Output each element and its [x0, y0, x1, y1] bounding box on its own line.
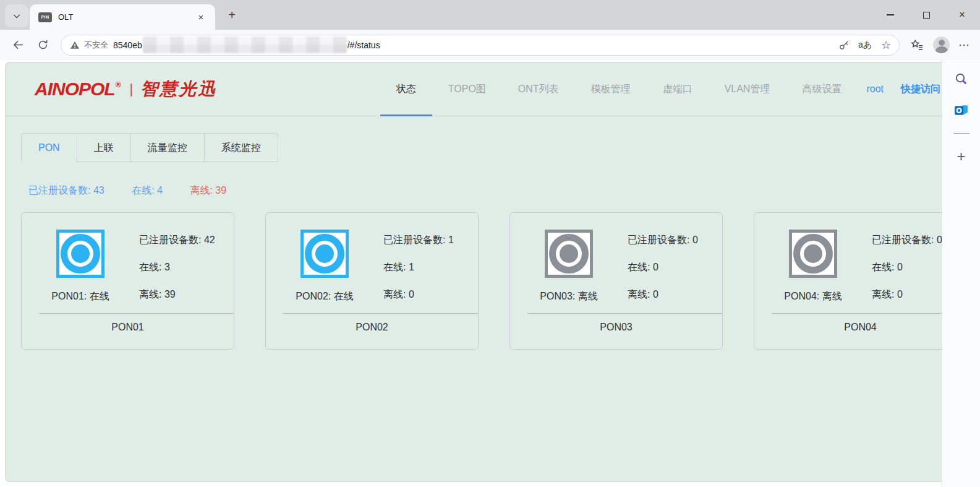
key-icon	[838, 39, 850, 51]
port-core	[315, 244, 334, 263]
online-count: 在线: 0	[628, 262, 698, 272]
user-menu-root[interactable]: root	[858, 62, 892, 116]
logo-separator: |	[130, 81, 134, 97]
pon-port-icon	[56, 230, 104, 278]
url-host-text: 8540eb	[113, 40, 142, 50]
avatar-head	[939, 40, 945, 46]
close-button[interactable]: ×	[944, 0, 980, 30]
pon-card-3[interactable]: PON03: 离线 已注册设备数: 0 在线: 0 离线: 0 PON03	[509, 212, 723, 350]
sidebar-add-button[interactable]: +	[953, 149, 969, 165]
registered-count: 已注册设备数: 0	[628, 235, 698, 245]
logo-slogan-text: 智慧光迅	[140, 77, 217, 101]
tab-pon[interactable]: PON	[22, 134, 77, 162]
card-body: PON01: 在线 已注册设备数: 42 在线: 3 离线: 39	[22, 213, 234, 313]
pon-port-icon	[789, 230, 837, 278]
main-nav: 状态 TOPO图 ONT列表 模板管理 虚端口 VLAN管理 高级设置 root…	[380, 62, 942, 116]
refresh-icon	[37, 39, 49, 51]
webpage: AINOPOL ® | 智慧光迅 状态 TOPO图 ONT列表 模板管理 虚端口…	[0, 60, 942, 487]
online-total: 在线: 4	[132, 185, 163, 196]
translate-icon: aあ	[858, 40, 872, 51]
nav-item-vlan[interactable]: VLAN管理	[709, 62, 786, 116]
nav-item-ont-list[interactable]: ONT列表	[502, 62, 575, 116]
quick-access-link[interactable]: 快捷访问	[892, 62, 942, 116]
tab-system-monitor[interactable]: 系统监控	[205, 134, 278, 162]
pon-card-title: PON04	[754, 314, 942, 333]
chevron-down-icon	[11, 11, 22, 22]
nav-item-advanced[interactable]: 高级设置	[786, 62, 858, 116]
registered-count: 已注册设备数: 1	[383, 235, 454, 245]
nav-item-template[interactable]: 模板管理	[575, 62, 647, 116]
port-ring	[61, 234, 100, 274]
pon-card-title: PON02	[266, 314, 478, 333]
card-stats: 已注册设备数: 1 在线: 1 离线: 0	[383, 213, 454, 313]
tab-uplink[interactable]: 上联	[77, 134, 131, 162]
registered-count: 已注册设备数: 42	[139, 235, 215, 245]
pon-card-1[interactable]: PON01: 在线 已注册设备数: 42 在线: 3 离线: 39 PON01	[21, 212, 234, 350]
card-body: PON03: 离线 已注册设备数: 0 在线: 0 离线: 0	[510, 213, 722, 313]
pon-port-icon	[545, 230, 593, 278]
offline-count: 离线: 0	[628, 289, 698, 300]
url-redacted-blur	[143, 37, 347, 53]
offline-count: 离线: 0	[872, 289, 942, 300]
offline-count: 离线: 39	[139, 289, 215, 300]
pinned-tab-badge: PIN	[38, 12, 52, 22]
favorite-this-page-button[interactable]: ☆	[878, 37, 894, 53]
registered-total: 已注册设备数: 43	[28, 185, 104, 196]
favorites-button[interactable]	[907, 36, 926, 54]
app-header: AINOPOL ® | 智慧光迅 状态 TOPO图 ONT列表 模板管理 虚端口…	[6, 62, 942, 116]
card-body: PON02: 在线 已注册设备数: 1 在线: 1 离线: 0	[266, 213, 478, 313]
profile-avatar[interactable]	[933, 37, 950, 53]
back-button[interactable]	[9, 36, 27, 54]
pon-port-icon	[300, 230, 349, 278]
sidebar-search-button[interactable]	[953, 71, 969, 87]
online-count: 在线: 0	[872, 262, 942, 272]
olt-app-panel: AINOPOL ® | 智慧光迅 状态 TOPO图 ONT列表 模板管理 虚端口…	[5, 62, 942, 482]
address-bar[interactable]: 不安全 8540eb /#/status aあ ☆	[61, 35, 900, 56]
card-body: PON04: 离线 已注册设备数: 0 在线: 0 离线: 0	[754, 213, 942, 313]
nav-item-status[interactable]: 状态	[380, 62, 432, 116]
online-count: 在线: 3	[139, 262, 215, 272]
card-left: PON01: 在线	[22, 213, 139, 313]
card-left: PON02: 在线	[266, 213, 383, 313]
ainopol-logo: AINOPOL ® | 智慧光迅	[35, 77, 217, 101]
status-subtabs: PON 上联 流量监控 系统监控	[21, 133, 278, 162]
tab-title: OLT	[58, 12, 194, 22]
card-stats: 已注册设备数: 0 在线: 0 离线: 0	[872, 213, 942, 313]
sidebar-divider	[953, 133, 969, 134]
pon-card-4[interactable]: PON04: 离线 已注册设备数: 0 在线: 0 离线: 0 PON04	[754, 212, 942, 350]
pon-card-2[interactable]: PON02: 在线 已注册设备数: 1 在线: 1 离线: 0 PON02	[265, 212, 479, 350]
tab-traffic-monitor[interactable]: 流量监控	[131, 134, 205, 162]
port-ring	[305, 234, 344, 274]
online-count: 在线: 1	[383, 262, 454, 272]
maximize-button[interactable]	[908, 0, 944, 30]
port-core	[804, 244, 822, 263]
nav-item-topo[interactable]: TOPO图	[432, 62, 502, 116]
nav-item-virtual-port[interactable]: 虚端口	[647, 62, 709, 116]
pon-status-label: PON03: 离线	[540, 290, 597, 303]
saved-password-button[interactable]	[836, 37, 852, 53]
minimize-icon	[887, 14, 894, 15]
pon-status-label: PON02: 在线	[296, 290, 353, 303]
sidebar-outlook-button[interactable]	[953, 102, 969, 118]
star-icon: ☆	[881, 38, 891, 52]
not-secure-label: 不安全	[84, 40, 108, 51]
browser-menu-button[interactable]: ⋯	[958, 38, 970, 52]
back-arrow-icon	[12, 38, 25, 51]
device-summary: 已注册设备数: 43 在线: 4 离线: 39	[28, 184, 942, 197]
card-left: PON04: 离线	[754, 213, 872, 313]
port-core	[560, 244, 578, 263]
browser-tab-olt[interactable]: PIN OLT ×	[30, 4, 215, 30]
port-ring	[793, 234, 833, 274]
window-controls: ×	[872, 0, 980, 30]
url-path-text: /#/status	[347, 40, 380, 50]
card-stats: 已注册设备数: 0 在线: 0 离线: 0	[628, 213, 698, 313]
registered-count: 已注册设备数: 0	[872, 235, 942, 245]
translate-button[interactable]: aあ	[857, 37, 873, 53]
tab-search-dropdown[interactable]	[5, 4, 28, 27]
tab-close-icon[interactable]: ×	[194, 11, 208, 24]
edge-sidebar: +	[942, 60, 980, 487]
new-tab-button[interactable]: +	[223, 6, 241, 24]
minimize-button[interactable]	[872, 0, 908, 30]
registered-mark: ®	[116, 80, 121, 89]
refresh-button[interactable]	[33, 36, 52, 54]
